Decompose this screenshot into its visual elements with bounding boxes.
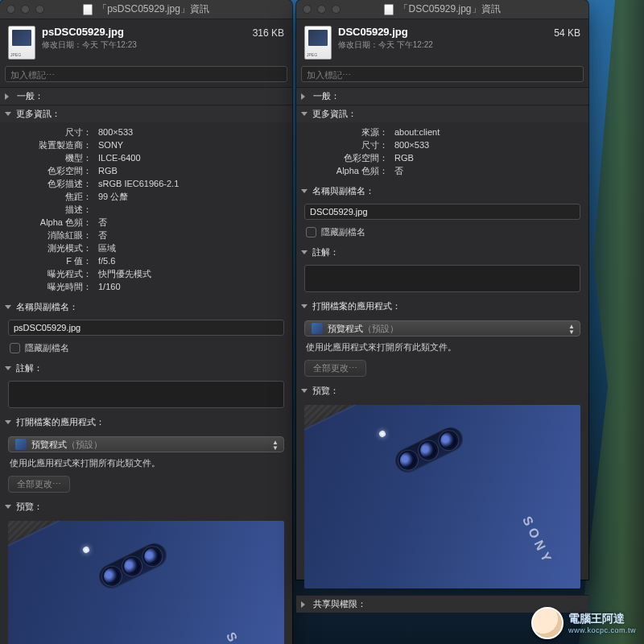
titlebar[interactable]: 「psDSC05929.jpg」資訊 (0, 0, 292, 19)
file-modified: 修改日期：今天 下午12:23 (42, 39, 137, 51)
updown-icon: ▲▼ (568, 324, 575, 335)
tags-field[interactable]: 加入標記⋯ (301, 66, 584, 82)
file-header: psDSC05929.jpg 修改日期：今天 下午12:23 316 KB (0, 19, 292, 64)
file-icon (304, 26, 332, 60)
section-general[interactable]: 一般： (0, 87, 292, 105)
titlebar[interactable]: 「DSC05929.jpg」資訊 (296, 0, 588, 19)
disclosure-down-icon (301, 250, 308, 254)
section-general[interactable]: 一般： (296, 87, 588, 105)
file-header: DSC05929.jpg 修改日期：今天 下午12:22 54 KB (296, 19, 588, 64)
hide-ext-checkbox[interactable] (306, 227, 316, 237)
file-name: DSC05929.jpg (338, 26, 433, 38)
preview-image: SONY (304, 405, 580, 588)
more-info-body: 來源：about:client 尺寸：800×533 色彩空間：RGB Alph… (296, 122, 588, 184)
disclosure-down-icon (5, 112, 11, 116)
val-maker: SONY (98, 138, 123, 151)
comments-textarea[interactable] (304, 265, 580, 292)
disclosure-down-icon (301, 389, 308, 393)
val-redeye: 否 (98, 229, 107, 242)
disclosure-down-icon (5, 420, 11, 424)
section-name-ext[interactable]: 名稱與副檔名： (0, 299, 292, 316)
val-program: 快門優先模式 (98, 267, 151, 280)
app-icon (312, 323, 323, 334)
disclosure-down-icon (5, 366, 11, 370)
document-icon (83, 4, 93, 15)
val-exposure: 1/160 (98, 280, 121, 293)
val-dimensions: 800×533 (394, 138, 429, 151)
disclosure-right-icon (301, 601, 308, 608)
document-icon (384, 4, 394, 15)
val-source: about:client (394, 126, 440, 138)
file-modified: 修改日期：今天 下午12:22 (338, 39, 433, 51)
open-with-hint: 使用此應用程式來打開所有此類文件。 (296, 340, 588, 358)
mascot-icon (531, 607, 564, 639)
section-preview[interactable]: 預覽： (296, 383, 588, 400)
section-more-info[interactable]: 更多資訊： (296, 105, 588, 122)
preview-image: SONY (8, 521, 284, 644)
section-name-ext[interactable]: 名稱與副檔名： (296, 184, 588, 200)
more-info-body: 尺寸：800×533 裝置製造商：SONY 機型：ILCE-6400 色彩空間：… (0, 122, 292, 299)
file-size: 316 KB (253, 26, 284, 39)
disclosure-right-icon (301, 93, 308, 100)
disclosure-down-icon (301, 304, 308, 308)
hide-ext-checkbox[interactable] (10, 343, 20, 353)
disclosure-down-icon (5, 505, 11, 509)
change-all-button[interactable]: 全部更改⋯ (8, 476, 70, 493)
val-focal: 99 公釐 (98, 190, 128, 203)
section-open-with[interactable]: 打開檔案的應用程式： (296, 299, 588, 316)
disclosure-down-icon (301, 112, 308, 116)
change-all-button[interactable]: 全部更改⋯ (304, 360, 366, 377)
disclosure-down-icon (5, 305, 11, 309)
updown-icon: ▲▼ (272, 440, 279, 451)
desktop: 「psDSC05929.jpg」資訊 psDSC05929.jpg 修改日期：今… (0, 0, 644, 644)
val-alpha: 否 (98, 216, 107, 229)
name-input[interactable]: psDSC05929.jpg (8, 320, 284, 336)
traffic-lights[interactable] (6, 5, 44, 14)
info-window-left: 「psDSC05929.jpg」資訊 psDSC05929.jpg 修改日期：今… (0, 0, 292, 644)
val-fnum: f/5.6 (98, 254, 115, 267)
app-icon (15, 439, 27, 450)
val-colorprofile: sRGB IEC61966-2.1 (98, 177, 179, 190)
watermark: 電腦王阿達 www.kocpc.com.tw (531, 607, 636, 639)
val-colorspace: RGB (98, 164, 118, 177)
hide-ext-label: 隱藏副檔名 (25, 342, 69, 354)
window-title: 「DSC05929.jpg」資訊 (398, 2, 500, 16)
open-with-select[interactable]: 預覽程式 （預設） ▲▼ (304, 320, 580, 336)
section-more-info[interactable]: 更多資訊： (0, 105, 292, 122)
traffic-lights[interactable] (303, 5, 341, 14)
section-open-with[interactable]: 打開檔案的應用程式： (0, 415, 292, 431)
hide-ext-label: 隱藏副檔名 (321, 226, 365, 238)
info-window-right: 「DSC05929.jpg」資訊 DSC05929.jpg 修改日期：今天 下午… (296, 0, 588, 580)
name-input[interactable]: DSC05929.jpg (304, 204, 580, 220)
watermark-url: www.kocpc.com.tw (568, 626, 636, 634)
section-comments[interactable]: 註解： (0, 361, 292, 378)
file-icon (8, 26, 35, 60)
disclosure-down-icon (301, 189, 308, 193)
val-model: ILCE-6400 (98, 151, 141, 164)
file-size: 54 KB (554, 26, 580, 39)
val-dimensions: 800×533 (98, 126, 133, 138)
open-with-select[interactable]: 預覽程式 （預設） ▲▼ (8, 436, 284, 452)
file-name: psDSC05929.jpg (42, 26, 137, 38)
watermark-brand: 電腦王阿達 (568, 612, 625, 625)
val-colorspace: RGB (394, 151, 414, 164)
val-alpha: 否 (394, 164, 403, 177)
window-title: 「psDSC05929.jpg」資訊 (97, 2, 209, 16)
disclosure-right-icon (5, 93, 12, 100)
val-metering: 區域 (98, 242, 116, 254)
tags-field[interactable]: 加入標記⋯ (5, 66, 287, 82)
open-with-hint: 使用此應用程式來打開所有此類文件。 (0, 456, 292, 474)
section-comments[interactable]: 註解： (296, 245, 588, 262)
comments-textarea[interactable] (8, 381, 284, 408)
section-preview[interactable]: 預覽： (0, 499, 292, 516)
